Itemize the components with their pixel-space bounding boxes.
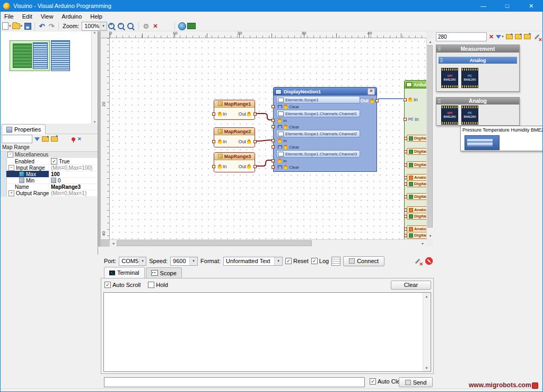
delete-icon[interactable]: ✕ xyxy=(151,22,160,31)
palette-panel-analog[interactable]: Analog SPI BME280 I²C BME280 xyxy=(436,97,520,126)
component-maprange1[interactable]: MapRange1 In Out xyxy=(214,100,255,120)
output-pin[interactable] xyxy=(253,112,257,116)
maximize-button[interactable]: □ xyxy=(495,0,519,12)
collapse-icon[interactable]: − xyxy=(7,152,13,158)
scroll-up-icon[interactable]: ▲ xyxy=(423,293,430,300)
scroll-down-icon[interactable]: ▼ xyxy=(423,364,430,371)
log-checkbox[interactable]: ✓Log xyxy=(311,258,329,264)
display-pin-clear[interactable]: Clear xyxy=(274,103,376,110)
display-element[interactable]: Elements.Scope1.Channels.Channel2 xyxy=(276,130,360,137)
clear-button[interactable]: Clear xyxy=(391,281,431,290)
input-pin[interactable] xyxy=(212,165,215,168)
undo-icon[interactable]: ↶ xyxy=(38,22,46,31)
display-out-pin[interactable]: Out xyxy=(361,98,376,103)
tab-scope[interactable]: Scope xyxy=(146,267,182,278)
reset-checkbox[interactable]: ✓Reset xyxy=(285,258,309,264)
hold-checkbox[interactable]: Hold xyxy=(148,282,168,288)
property-row-output-range[interactable]: +Output Range (Min=0,Max=1) xyxy=(6,190,98,197)
input-pin[interactable] xyxy=(272,105,275,108)
channel-pin[interactable] xyxy=(404,234,407,237)
arduino-channel-digital[interactable]: Digital xyxy=(407,232,426,239)
component-displaynextion1[interactable]: DisplayNextion1 ✕ Out Elements.Scope1 Cl… xyxy=(273,87,377,172)
property-category-row[interactable]: − Miscellaneous xyxy=(6,152,98,158)
format-select[interactable]: Unformatted Text▾ xyxy=(223,257,283,266)
menu-edit[interactable]: Edit xyxy=(18,12,37,21)
palette-panel-measurement[interactable]: Measurement Analog SPI BME280 I²C BME280 xyxy=(436,45,520,92)
display-element[interactable]: Elements.Scope1.Channels.Channel1 xyxy=(276,110,360,117)
output-pin[interactable] xyxy=(375,99,379,102)
display-pin-clear[interactable]: Clear xyxy=(274,124,376,130)
scroll-left-icon[interactable]: ◄ xyxy=(110,240,117,247)
zoom-fit-icon[interactable] xyxy=(127,22,136,31)
channel-pin[interactable] xyxy=(404,208,407,212)
display-pin-clear[interactable]: Clear xyxy=(274,144,376,150)
tab-properties[interactable]: Properties xyxy=(2,124,46,134)
display-pin-in[interactable]: In xyxy=(274,117,376,124)
expand-categories-icon[interactable]: ▲ xyxy=(515,34,522,39)
arduino-channel-digital[interactable]: Digital xyxy=(407,193,426,200)
minimize-button[interactable]: — xyxy=(471,0,495,12)
send-button[interactable]: Send xyxy=(399,377,433,387)
scroll-thumb[interactable] xyxy=(427,45,433,228)
component-bme280-i2c[interactable]: I²C BME280 xyxy=(461,106,478,125)
collapse-categories-icon[interactable]: ▼ xyxy=(524,34,531,39)
expand-icon[interactable]: + xyxy=(8,190,14,196)
auto-scroll-checkbox[interactable]: ✓Auto Scroll xyxy=(104,282,141,288)
terminal-scrollbar[interactable]: ▲ ▼ xyxy=(423,293,431,371)
component-bme280-spi[interactable]: SPI BME280 xyxy=(441,68,458,88)
channel-pin[interactable] xyxy=(404,215,407,218)
input-pin[interactable] xyxy=(272,139,275,142)
board-select-icon[interactable] xyxy=(187,22,196,31)
input-pin[interactable] xyxy=(212,112,215,116)
input-pin[interactable] xyxy=(272,165,275,169)
zoom-out-icon[interactable]: − xyxy=(118,22,126,31)
checkbox-unchecked[interactable] xyxy=(148,282,154,288)
component-arduino[interactable]: Arduino In I²CIn Digital Digital Digital… xyxy=(404,80,426,239)
filter-dropdown-icon[interactable]: ▾ xyxy=(496,34,504,39)
input-pin[interactable] xyxy=(272,159,275,162)
menu-help[interactable]: Help xyxy=(86,12,107,21)
clear-search-icon[interactable]: ✕ xyxy=(489,33,494,40)
new-file-icon[interactable]: ▾ xyxy=(2,22,11,31)
arduino-pin-in-i2c[interactable]: I²CIn xyxy=(406,116,419,122)
arduino-channel-digital[interactable]: Digital xyxy=(407,148,426,155)
panel-header[interactable]: Measurement xyxy=(436,45,519,53)
palette-tools-icon[interactable]: ✕ xyxy=(533,32,541,41)
checkbox-checked[interactable]: ✓ xyxy=(104,282,111,288)
zoom-in-icon[interactable]: + xyxy=(108,22,117,31)
speed-select[interactable]: 9600▾ xyxy=(170,257,198,266)
scroll-right-icon[interactable]: ► xyxy=(419,240,426,247)
close-button[interactable]: ✕ xyxy=(519,0,543,12)
panel-header[interactable]: Analog xyxy=(436,98,519,104)
scroll-thumb[interactable] xyxy=(117,240,312,246)
design-canvas[interactable]: MapRange1 In Out MapRange2 In Out xyxy=(110,38,426,239)
input-pin[interactable] xyxy=(272,125,275,128)
component-maprange2[interactable]: MapRange2 In Out xyxy=(214,127,255,147)
component-maprange3[interactable]: MapRange3 In Out xyxy=(214,152,255,172)
arduino-pin-in[interactable]: In xyxy=(406,97,418,102)
input-pin[interactable] xyxy=(404,118,407,121)
checkbox-checked[interactable]: ✓ xyxy=(370,378,376,385)
minimap-scrollbar[interactable]: ▲ ▼ xyxy=(91,31,98,124)
log-file-icon[interactable] xyxy=(331,257,340,266)
expand-all-icon[interactable]: ▲ xyxy=(42,136,49,142)
scroll-down-icon[interactable]: ▼ xyxy=(427,232,434,239)
component-bme280-spi[interactable]: SPI BME280 xyxy=(441,106,458,125)
display-element[interactable]: Elements.Scope1 xyxy=(276,96,360,103)
channel-pin[interactable] xyxy=(404,176,407,179)
tab-terminal[interactable]: >_Terminal xyxy=(104,267,145,278)
menu-arduino[interactable]: Arduino xyxy=(57,12,86,21)
component-search-input[interactable] xyxy=(436,32,487,41)
filter-icon[interactable] xyxy=(34,137,40,141)
arduino-channel-digital[interactable]: Digital xyxy=(407,213,426,220)
disconnect-stop-icon[interactable] xyxy=(425,257,433,265)
display-element[interactable]: Elements.Scope1.Channels.Channel3 xyxy=(276,150,360,158)
close-icon[interactable]: ✕ xyxy=(367,88,375,95)
menu-view[interactable]: View xyxy=(37,12,58,21)
arduino-channel-digital[interactable]: Digital xyxy=(407,161,426,168)
component-bme280-i2c[interactable]: I²C BME280 xyxy=(461,68,478,88)
send-message-input[interactable] xyxy=(104,377,365,387)
collapse-icon[interactable]: − xyxy=(8,165,14,171)
input-pin[interactable] xyxy=(272,119,275,122)
new-folder-icon[interactable]: ▲ xyxy=(506,34,513,39)
